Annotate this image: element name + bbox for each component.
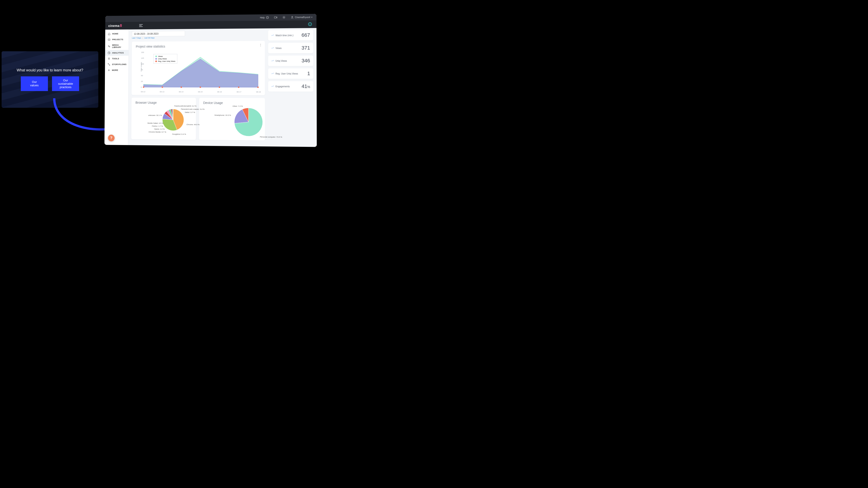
svg-point-24 <box>238 87 239 88</box>
legend-reg: Reg. User Uniq Views <box>158 60 176 62</box>
quick-links: Last 7 Days | Last 30 Days <box>132 36 265 39</box>
promo-btn-practices[interactable]: Our sustainable practices <box>52 76 79 91</box>
svg-text:50: 50 <box>141 74 143 76</box>
svg-rect-3 <box>274 17 276 18</box>
media-icon <box>108 45 111 48</box>
sidebar-label: ANALYTICS <box>112 52 124 54</box>
promo-btn-values[interactable]: Our values <box>21 76 48 91</box>
metric-value: 346 <box>302 58 310 64</box>
separator: | <box>143 37 143 39</box>
spark-icon <box>271 60 274 62</box>
svg-text:25: 25 <box>141 80 143 83</box>
pie-browser: FacebookExternalHit: 0.2 %Panscient web … <box>135 106 192 138</box>
user-name: Cinema8\yucel <box>295 16 310 19</box>
user-icon <box>290 15 293 19</box>
spark-icon <box>271 47 274 49</box>
help-link[interactable]: Help ? <box>260 16 269 19</box>
metric-label: Engagements <box>276 85 290 88</box>
device-usage-card: Device Usage Other: 7.2 %Smartphone: 19.… <box>199 98 265 140</box>
quick-last7[interactable]: Last 7 Days <box>132 37 141 39</box>
sidebar-label: MEDIA LIBRARY <box>112 44 126 48</box>
help-fab[interactable]: ? <box>108 135 115 141</box>
sidebar-item-home[interactable]: HOME <box>105 31 129 37</box>
sidebar: HOME PROJECTS MEDIA LIBRARY ANALYTICS TO… <box>104 29 129 145</box>
chevron-down-icon: ▾ <box>311 16 312 18</box>
sidebar-label: HOME <box>112 33 118 35</box>
gear-icon[interactable] <box>282 16 285 19</box>
project-views-card: ⋮ Project view statistics View counts 02… <box>131 41 265 95</box>
svg-point-8 <box>109 46 110 47</box>
sidebar-label: TOOLS <box>112 58 119 60</box>
info-icon[interactable]: i <box>308 22 312 26</box>
plus-icon <box>107 69 110 72</box>
brand-logo[interactable]: cinema8 <box>108 24 122 28</box>
help-label: Help <box>260 16 265 19</box>
svg-point-22 <box>199 87 201 88</box>
metric-watch-time: Watch time (min.) 667 <box>268 30 313 41</box>
sidebar-item-tools[interactable]: TOOLS <box>105 56 129 61</box>
metric-label: Reg. User Uniq Views <box>276 72 298 75</box>
svg-point-25 <box>257 87 258 88</box>
svg-point-7 <box>108 46 109 46</box>
metric-label: Uniq Views <box>276 60 287 62</box>
home-icon <box>108 33 111 35</box>
projects-icon <box>108 38 111 41</box>
metric-label: Views <box>276 47 282 49</box>
analytics-icon <box>107 52 110 54</box>
svg-point-20 <box>162 87 163 88</box>
help-icon: ? <box>266 16 269 19</box>
y-axis-label: View counts <box>141 62 143 72</box>
metric-uniq-views: Uniq Views 346 <box>268 55 313 66</box>
metric-label: Watch time (min.) <box>276 34 293 37</box>
svg-point-23 <box>219 87 220 88</box>
user-menu[interactable]: Cinema8\yucel ▾ <box>290 15 312 19</box>
sidebar-item-media[interactable]: MEDIA LIBRARY <box>105 42 129 50</box>
pie-row: Browser Usage FacebookExternalHit: 0.2 %… <box>131 98 265 140</box>
spark-icon <box>271 35 274 36</box>
dashboard-body: HOME PROJECTS MEDIA LIBRARY ANALYTICS TO… <box>104 28 317 147</box>
promo-question: What would you like to learn more about? <box>17 68 83 72</box>
metric-value: 371 <box>302 45 310 51</box>
metric-value: 1 <box>307 70 310 76</box>
svg-point-21 <box>181 87 182 88</box>
legend-views: Views <box>158 55 163 57</box>
storyflows-icon <box>107 63 110 66</box>
sidebar-label: MORE <box>112 69 118 71</box>
svg-text:150: 150 <box>141 51 144 53</box>
sidebar-item-more[interactable]: MORE <box>105 67 128 73</box>
metric-value: 667 <box>302 32 310 38</box>
card-menu-icon[interactable]: ⋮ <box>259 43 262 47</box>
dashboard-window: Help ? Cinema8\yucel ▾ cinema <box>104 14 317 147</box>
pie-device: Other: 7.2 %Smartphone: 19.3 %Personal c… <box>203 106 260 138</box>
metrics-column: Watch time (min.) 667 Views 371 Uniq Vie… <box>268 30 313 144</box>
sidebar-label: STORYFLOWS <box>112 63 126 66</box>
metric-engagements: Engagements 41% <box>268 81 313 92</box>
metric-reg-uniq-views: Reg. User Uniq Views 1 <box>268 68 313 79</box>
sidebar-item-storyflows[interactable]: STORYFLOWS <box>105 61 128 67</box>
spark-icon <box>271 86 274 87</box>
card-title: Project view statistics <box>136 44 261 48</box>
sidebar-item-projects[interactable]: PROJECTS <box>105 37 129 42</box>
chart-legend: Views Uniq Views Reg. User Uniq Views <box>153 54 177 64</box>
svg-text:0: 0 <box>141 86 142 88</box>
sidebar-item-analytics[interactable]: ANALYTICS <box>105 50 129 56</box>
brand-text: cinema <box>108 24 120 28</box>
svg-point-4 <box>283 17 284 18</box>
brand-accent: 8 <box>120 24 122 28</box>
legend-uniq: Uniq Views <box>158 58 167 60</box>
promo-buttons: Our values Our sustainable practices <box>21 76 79 91</box>
svg-point-19 <box>143 87 144 88</box>
main-area: Last 7 Days | Last 30 Days ⋮ Project vie… <box>128 28 317 147</box>
metric-value: 41% <box>302 84 310 89</box>
metric-views: Views 371 <box>268 43 313 53</box>
browser-usage-card: Browser Usage FacebookExternalHit: 0.2 %… <box>131 98 196 140</box>
video-icon[interactable] <box>274 16 277 19</box>
svg-point-5 <box>291 16 292 17</box>
tools-icon <box>107 57 110 60</box>
svg-text:125: 125 <box>141 57 144 59</box>
menu-toggle-icon[interactable] <box>139 24 143 27</box>
date-range-input[interactable] <box>132 31 185 36</box>
quick-last30[interactable]: Last 30 Days <box>144 37 155 39</box>
sidebar-label: PROJECTS <box>112 38 123 41</box>
date-row: Last 7 Days | Last 30 Days <box>132 30 265 39</box>
